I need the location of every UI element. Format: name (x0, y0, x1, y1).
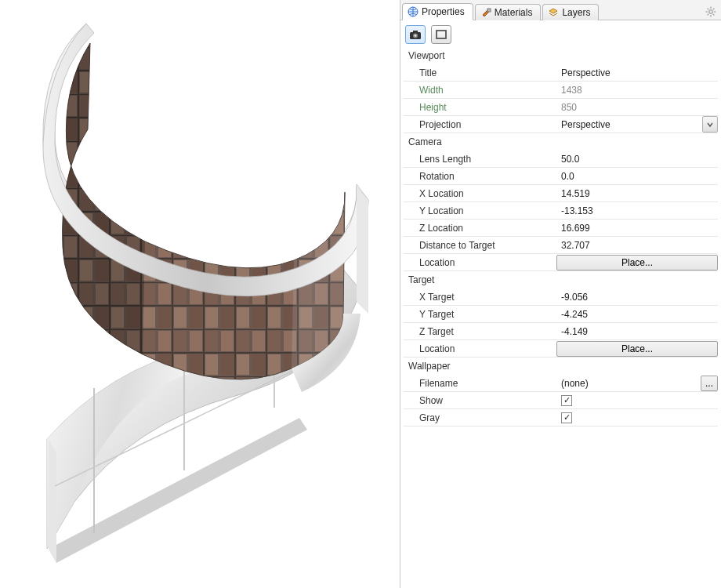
value-z-target[interactable]: -4.149 (556, 323, 718, 339)
rect-mode-button[interactable] (431, 25, 451, 44)
tab-label: Layers (562, 7, 590, 18)
label-target-location: Location (404, 340, 556, 357)
globe-icon (408, 6, 418, 17)
svg-point-26 (415, 34, 417, 37)
svg-line-22 (708, 14, 709, 16)
show-checkbox[interactable] (561, 395, 572, 406)
label-y-target: Y Target (404, 306, 556, 322)
layers-icon (548, 7, 559, 18)
svg-rect-27 (437, 31, 446, 38)
rect-icon (435, 29, 447, 40)
camera-place-button[interactable]: Place... (556, 255, 718, 270)
tab-properties[interactable]: Properties (402, 3, 473, 20)
button-label: Place... (621, 343, 653, 354)
value-y-target[interactable]: -4.245 (556, 306, 718, 322)
label-y-location: Y Location (404, 202, 556, 219)
label-filename: Filename (404, 375, 556, 391)
button-label: Place... (621, 257, 653, 268)
label-x-target: X Target (404, 289, 556, 305)
value-distance-to-target[interactable]: 32.707 (556, 237, 718, 253)
value-x-target[interactable]: -9.056 (556, 289, 718, 305)
label-camera-location: Location (404, 254, 556, 270)
label-width: Width (404, 82, 556, 98)
svg-rect-24 (413, 31, 418, 33)
value-width: 1438 (556, 82, 718, 98)
value-height: 850 (556, 99, 718, 115)
value-x-location[interactable]: 14.519 (556, 185, 718, 201)
panel-tabs: Properties Materials Layers (400, 0, 721, 20)
label-distance-to-target: Distance to Target (404, 237, 556, 253)
svg-line-19 (708, 9, 709, 10)
property-grid: Viewport Title Perspective Width 1438 He… (400, 47, 721, 426)
label-show: Show (404, 392, 556, 408)
camera-mode-button[interactable] (405, 25, 426, 44)
value-y-location[interactable]: -13.153 (556, 202, 718, 219)
value-lens-length[interactable]: 50.0 (556, 151, 718, 167)
value-projection[interactable]: Perspective (556, 116, 702, 132)
section-target: Target (404, 271, 718, 289)
svg-point-14 (709, 10, 712, 13)
properties-panel: Properties Materials Layers Viewport (400, 0, 721, 588)
viewport-canvas[interactable] (0, 0, 400, 588)
tab-label: Properties (422, 6, 465, 17)
label-projection: Projection (404, 116, 556, 132)
camera-icon (409, 29, 422, 40)
section-wallpaper: Wallpaper (404, 358, 718, 375)
value-title[interactable]: Perspective (556, 64, 718, 81)
section-camera: Camera (404, 133, 718, 151)
svg-rect-13 (487, 9, 491, 12)
filename-browse-button[interactable]: ... (701, 376, 718, 391)
label-x-location: X Location (404, 185, 556, 201)
label-title: Title (404, 64, 556, 81)
label-lens-length: Lens Length (404, 151, 556, 167)
svg-line-20 (713, 14, 715, 16)
button-label: ... (705, 378, 713, 389)
svg-line-21 (713, 9, 715, 10)
gear-icon[interactable] (705, 6, 716, 20)
label-z-location: Z Location (404, 220, 556, 236)
mode-buttons (400, 20, 721, 47)
paint-icon (480, 7, 491, 18)
tab-materials[interactable]: Materials (475, 4, 542, 20)
value-filename[interactable]: (none) (556, 375, 697, 391)
projection-dropdown-button[interactable] (702, 116, 718, 132)
section-viewport: Viewport (404, 47, 718, 64)
label-gray: Gray (404, 409, 556, 426)
label-height: Height (404, 99, 556, 115)
value-z-location[interactable]: 16.699 (556, 220, 718, 236)
gray-checkbox[interactable] (561, 412, 572, 423)
tab-label: Materials (495, 7, 533, 18)
chevron-down-icon (707, 122, 713, 128)
value-rotation[interactable]: 0.0 (556, 168, 718, 184)
target-place-button[interactable]: Place... (556, 341, 718, 357)
label-rotation: Rotation (404, 168, 556, 184)
label-z-target: Z Target (404, 323, 556, 339)
tab-layers[interactable]: Layers (542, 4, 599, 20)
